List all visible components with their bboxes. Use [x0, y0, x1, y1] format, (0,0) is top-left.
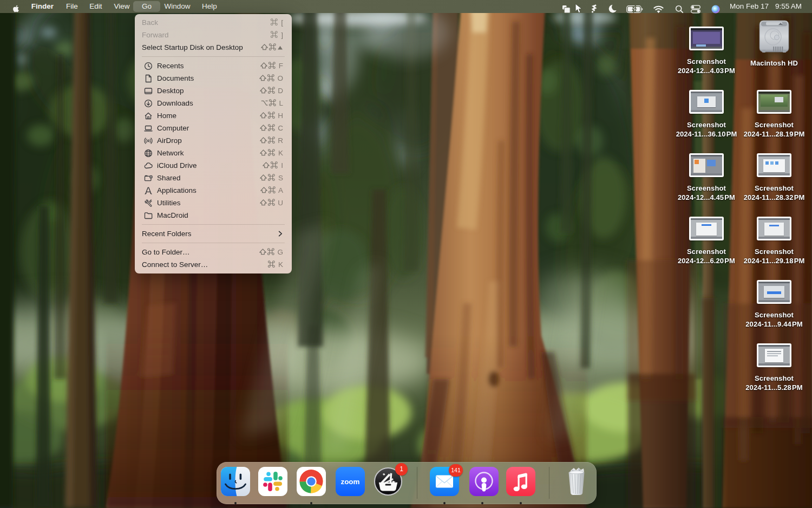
svg-text:zoom: zoom — [340, 478, 359, 486]
